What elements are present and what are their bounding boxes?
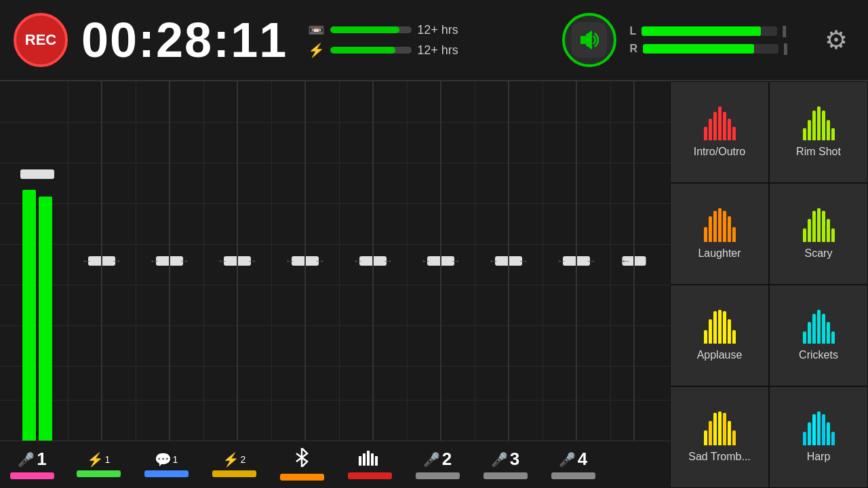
pad-applause[interactable]: Applause [670,285,769,386]
storage-row-1: 📼 12+ hrs [308,22,458,38]
storage-row-2: ⚡ 12+ hrs [308,42,458,58]
pad-harp-label: Harp [807,451,831,463]
pad-rim-shot[interactable]: Rim Shot [769,81,868,183]
channel-10-strip: ← [617,81,651,441]
rec-label: REC [25,31,56,49]
channel-label-9: 🎤 4 [539,449,607,481]
speaker-button[interactable] [562,13,616,67]
svg-marker-1 [586,30,592,49]
pad-sad-trombone[interactable]: Sad Tromb... [670,386,769,488]
channel-label-8: 🎤 3 [471,449,539,481]
channel-9-strip: ← → [549,81,604,441]
svg-rect-6 [375,456,378,466]
svg-rect-4 [367,451,370,466]
main-area: ← → ← → ← → ← → ← → [0,81,868,488]
svg-rect-2 [359,456,361,466]
pad-harp[interactable]: Harp [769,386,868,488]
channel-label-2: ⚡1 [64,451,132,479]
svg-rect-3 [363,453,366,466]
channel-label-7: 🎤 2 [403,449,471,481]
channel-1-strip [10,81,64,441]
pad-crickets[interactable]: Crickets [769,285,868,386]
channel-label-1: 🎤 1 [0,449,64,481]
sound-pads-panel: Intro/Outro Rim Shot [670,81,868,488]
settings-button[interactable]: ⚙ [818,22,854,58]
channel-label-6 [336,449,403,481]
channel-5-strip: ← → [278,81,332,441]
r-meter: R ▌ [630,43,791,55]
pad-laughter-label: Laughter [698,247,741,260]
pad-laughter[interactable]: Laughter [670,183,769,285]
pad-intro-outro-label: Intro/Outro [694,146,745,158]
l-meter: L ▌ [630,25,791,37]
storage-info: 📼 12+ hrs ⚡ 12+ hrs [308,22,458,58]
pad-rim-shot-label: Rim Shot [796,146,841,158]
channel-3-strip: ← → [142,81,197,441]
lr-meters: L ▌ R ▌ [630,25,791,55]
pad-sad-trombone-label: Sad Tromb... [688,451,751,463]
storage1-time: 12+ hrs [417,23,458,37]
rec-button[interactable]: REC [14,13,68,67]
channel-8-strip: ← → [481,81,536,441]
channel-label-3: 💬1 [132,451,200,479]
channel-4-strip: ← → [210,81,264,441]
timer-display: 00:28:11 [81,12,288,68]
pad-crickets-label: Crickets [799,349,838,361]
svg-rect-0 [580,36,586,44]
speaker-area: L ▌ R ▌ ⚙ [562,13,854,67]
channel-label-4: ⚡2 [200,451,268,479]
channel-6-strip: ← → [346,81,400,441]
mixer: ← → ← → ← → ← → ← → [0,81,670,488]
channel-2-strip: ← → [75,81,129,441]
pad-scary-label: Scary [805,247,833,260]
fader-1-handle[interactable] [20,169,54,179]
storage2-time: 12+ hrs [417,43,458,58]
header: REC 00:28:11 📼 12+ hrs ⚡ 12+ hrs [0,0,868,81]
pad-applause-label: Applause [697,349,743,361]
channel-label-5 [268,448,336,482]
pad-scary[interactable]: Scary [769,183,868,285]
channel-7-strip: ← → [414,81,468,441]
pad-intro-outro[interactable]: Intro/Outro [670,81,769,183]
svg-rect-5 [371,453,374,466]
